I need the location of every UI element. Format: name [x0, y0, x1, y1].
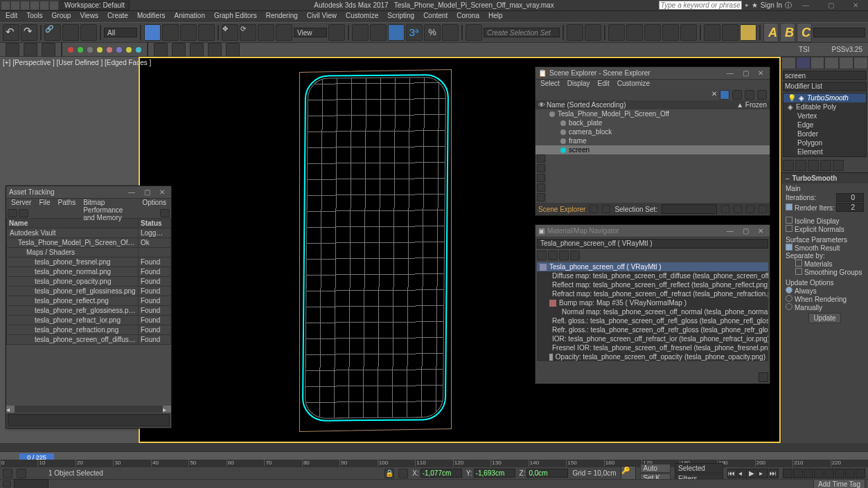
scene-node[interactable]: back_plate — [535, 118, 770, 127]
tree-toggle-icon[interactable] — [19, 209, 28, 217]
redo-icon[interactable] — [40, 1, 48, 10]
menu-create[interactable]: Create — [103, 11, 132, 22]
nav-icon[interactable] — [824, 469, 834, 478]
play-icon[interactable]: ▶ — [748, 469, 758, 478]
scene-node[interactable]: camera_block — [535, 127, 770, 136]
snaps-toggle-button[interactable] — [388, 24, 405, 41]
rollout-title[interactable]: TurboSmooth — [792, 174, 838, 182]
keyboard-shortcut-button[interactable] — [370, 24, 387, 41]
object-name-input[interactable] — [783, 71, 867, 80]
settings-icon[interactable] — [602, 205, 610, 213]
key-filter-dropdown[interactable]: Selected — [675, 463, 723, 473]
spinner-snap-button[interactable] — [442, 24, 459, 41]
light-off-icon[interactable] — [87, 47, 93, 53]
light-yellow-icon[interactable] — [97, 47, 103, 53]
sub-icon[interactable] — [6, 43, 19, 57]
asset-row[interactable]: tesla_phone_refr_glossiness.pngFound — [7, 306, 171, 316]
nav-icon[interactable] — [804, 469, 813, 478]
sub-icon[interactable] — [42, 43, 55, 57]
lock-selection-icon[interactable]: 🔒 — [384, 469, 394, 478]
time-slider[interactable]: 0 / 225 01020304050607080901001101201301… — [0, 451, 868, 467]
scene-node[interactable]: frame — [535, 136, 770, 145]
modifier-stack-item[interactable]: Vertex — [783, 111, 866, 120]
tab-utilities[interactable] — [853, 57, 868, 69]
close-button[interactable]: ✕ — [754, 227, 767, 235]
maximize-button[interactable]: ▢ — [739, 227, 752, 235]
show-end-result-icon[interactable] — [795, 160, 806, 171]
x-input[interactable] — [420, 469, 462, 478]
asset-row[interactable]: tesla_phone_fresnel.pngFound — [7, 257, 171, 267]
iterations-input[interactable] — [836, 193, 864, 202]
asset-row[interactable]: tesla_phone_reflect.pngFound — [7, 296, 171, 306]
save-icon[interactable] — [21, 1, 29, 10]
smooth-result-checkbox[interactable]: Smooth Result — [795, 244, 840, 252]
asset-tracking-window[interactable]: Asset Tracking — ▢ ✕ ServerFilePathsBitm… — [6, 186, 172, 428]
view-icon[interactable] — [757, 90, 767, 100]
refresh-icon[interactable] — [8, 209, 17, 217]
light-filter-icon[interactable] — [537, 174, 545, 182]
select-region-button[interactable] — [180, 24, 197, 41]
close-button[interactable]: ✕ — [844, 1, 867, 9]
abc-a-button[interactable]: A — [763, 23, 779, 42]
material-editor-button[interactable] — [680, 24, 697, 41]
settings-icon[interactable] — [590, 205, 598, 213]
tab-modify[interactable] — [796, 57, 811, 69]
explicit-normals-checkbox[interactable]: Explicit Normals — [795, 226, 844, 233]
tab-hierarchy[interactable] — [811, 57, 825, 69]
tool-icon[interactable] — [734, 205, 742, 213]
material-row[interactable]: Refr. gloss.: tesla_phone_screen_off_ref… — [537, 325, 768, 334]
asset-row[interactable]: tesla_phone_opacity.pngFound — [7, 277, 171, 287]
sep-smoothgrp-checkbox[interactable]: Smoothing Groups — [804, 269, 862, 276]
signin-link[interactable]: Sign In — [761, 1, 782, 9]
material-row[interactable]: Reflect map: tesla_phone_screen_off_refl… — [537, 280, 768, 289]
update-button[interactable]: Update — [808, 313, 840, 323]
help-search-input[interactable] — [659, 1, 742, 10]
column-header-name[interactable]: Name (Sorted Ascending) — [547, 101, 626, 109]
scene-menu-item[interactable]: Display — [564, 80, 594, 89]
tab-display[interactable] — [839, 57, 853, 69]
asset-menu-item[interactable]: File — [35, 199, 53, 208]
asset-row[interactable]: Autodesk VaultLogg… — [7, 228, 171, 238]
close-filter-icon[interactable]: ✕ — [711, 90, 717, 100]
new-file-icon[interactable] — [1, 1, 10, 10]
material-row[interactable]: Fresnel IOR: tesla_phone_screen_off_fres… — [537, 343, 768, 352]
viewport-label[interactable]: [+] [Perspective ] [User Defined ] [Edge… — [3, 59, 151, 66]
menu-tools[interactable]: Tools — [22, 11, 46, 22]
select-manipulate-button[interactable] — [352, 24, 369, 41]
eye-icon[interactable]: 👁 — [538, 101, 547, 109]
modifier-stack-item[interactable]: 💡◈TurboSmooth — [783, 93, 866, 102]
tool-icon[interactable] — [721, 205, 729, 213]
modifier-list-dropdown[interactable]: Modifier List — [783, 82, 867, 91]
move-button[interactable]: ✥ — [222, 24, 238, 41]
update-manually-radio[interactable]: Manually — [795, 304, 822, 311]
modifier-stack[interactable]: 💡◈TurboSmooth◈Editable PolyVertexEdgeBor… — [783, 93, 867, 157]
close-button[interactable]: ✕ — [754, 69, 767, 77]
modifier-stack-item[interactable]: Edge — [783, 120, 866, 129]
sep-materials-checkbox[interactable]: Materials — [804, 260, 833, 268]
selection-filter[interactable]: All — [104, 28, 137, 37]
tab-create[interactable] — [781, 57, 796, 69]
light-icon[interactable] — [136, 47, 141, 53]
tab-motion[interactable] — [824, 57, 839, 69]
helper-filter-icon[interactable] — [537, 193, 545, 201]
update-always-radio[interactable]: Always — [795, 287, 817, 295]
scene-explorer-window[interactable]: 📋 Scene Explorer - Scene Explorer — ▢ ✕ … — [535, 66, 770, 216]
maxscript-icon[interactable] — [3, 480, 11, 487]
schematic-view-button[interactable] — [662, 24, 679, 41]
isoline-checkbox[interactable]: Isoline Display — [795, 217, 839, 225]
minimize-button[interactable]: — — [125, 188, 138, 196]
modifier-stack-item[interactable]: Border — [783, 129, 866, 138]
nav-icon[interactable] — [835, 469, 844, 478]
modifier-stack-item[interactable]: Polygon — [783, 138, 866, 147]
nav-icon[interactable] — [845, 469, 855, 478]
menu-customize[interactable]: Customize — [342, 11, 382, 22]
open-file-icon[interactable] — [11, 1, 19, 10]
abc-b-button[interactable]: B — [780, 23, 795, 42]
goto-end-icon[interactable]: ⏭ — [769, 469, 779, 478]
render-setup-button[interactable] — [704, 24, 720, 41]
menu-corona[interactable]: Corona — [452, 11, 484, 22]
undo-button[interactable]: ↶ — [3, 24, 19, 41]
asset-menu-item[interactable]: Bitmap Performance and Memory — [80, 199, 138, 208]
rotate-button[interactable]: ⟳ — [240, 24, 256, 41]
abc-c-button[interactable]: C — [797, 23, 812, 42]
